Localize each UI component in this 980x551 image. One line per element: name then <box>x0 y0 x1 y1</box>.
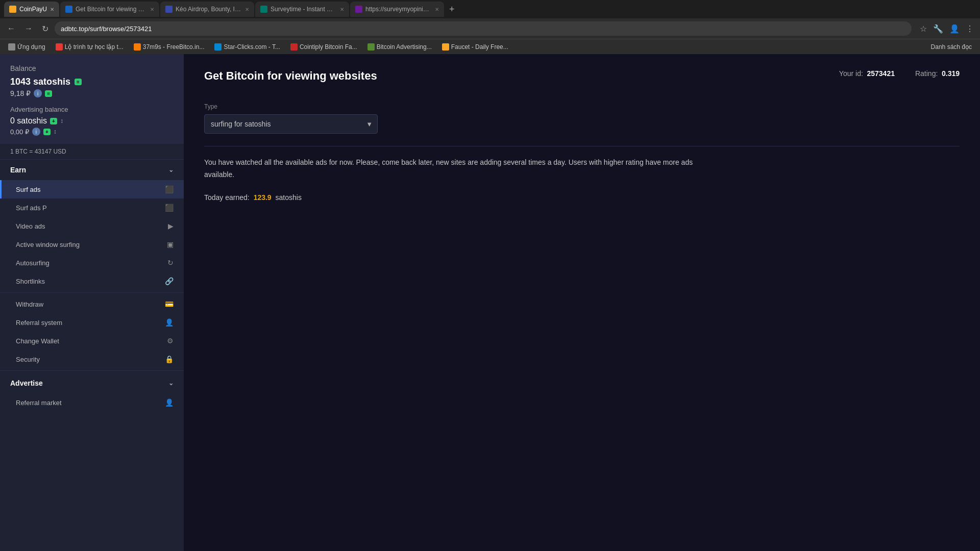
bookmark-favicon-5 <box>290 43 298 51</box>
new-tab-button[interactable]: + <box>445 4 459 15</box>
forward-button[interactable]: → <box>21 22 36 35</box>
address-bar-row: ← → ↻ ☆ 🔧 👤 ⋮ <box>0 18 980 39</box>
bookmark-favicon-4 <box>214 43 222 51</box>
tab-close-2[interactable]: ✕ <box>150 7 154 12</box>
type-select[interactable]: surfing for satoshissurfing for rubles <box>204 114 378 134</box>
adv-arrow-icon[interactable]: ↕ <box>60 117 63 124</box>
bookmark-cointiply[interactable]: Cointiply Bitcoin Fa... <box>286 42 361 52</box>
nav-item-security[interactable]: Security 🔒 <box>0 350 184 368</box>
balance-amount: 1043 satoshis ≡ <box>10 77 174 87</box>
main-content: Get Bitcoin for viewing websites Your id… <box>184 54 980 551</box>
earn-section-header[interactable]: Earn ⌄ <box>0 160 184 180</box>
tab-bar: CoinPayU ✕ Get Bitcoin for viewing websi… <box>0 0 980 18</box>
nav-label-security: Security <box>16 356 40 363</box>
balance-title: Balance <box>10 64 174 72</box>
nav-item-autosurfing[interactable]: Autosurfing ↻ <box>0 254 184 272</box>
tab-survey2[interactable]: https://surveymyopinion.resear... ✕ <box>350 2 444 17</box>
address-input[interactable] <box>55 21 912 36</box>
browser-chrome: CoinPayU ✕ Get Bitcoin for viewing websi… <box>0 0 980 54</box>
bookmark-favicon-6 <box>368 43 375 51</box>
bookmark-freebitco[interactable]: 37m9s - FreeBitco.in... <box>130 42 209 52</box>
balance-copy-icon[interactable]: ≡ <box>75 79 82 85</box>
nav-item-change-wallet[interactable]: Change Wallet ⚙ <box>0 332 184 350</box>
today-earned-block: Today earned: 123.9 satoshis <box>204 193 960 202</box>
extensions-button[interactable]: 🔧 <box>931 22 945 36</box>
bookmark-star-clicks[interactable]: Star-Clicks.com - T... <box>210 42 284 52</box>
nav-label-shortlinks: Shortlinks <box>16 278 45 285</box>
tab-close-1[interactable]: ✕ <box>50 7 54 12</box>
tab-close-5[interactable]: ✕ <box>435 7 439 12</box>
nav-item-surf-ads-p[interactable]: Surf ads P ⬛ <box>0 198 184 217</box>
adv-amount-value: 0 satoshis <box>10 116 47 126</box>
tab-close-4[interactable]: ✕ <box>340 7 344 12</box>
bookmark-favicon-apps <box>8 43 15 51</box>
referral-icon: 👤 <box>165 318 174 327</box>
adv-rub-plus-icon[interactable]: + <box>43 129 51 135</box>
reload-button[interactable]: ↻ <box>39 22 52 36</box>
tab-label-4: Surveytime - Instant Rewards Fo... <box>271 6 337 13</box>
bookmark-favicon-2 <box>56 43 63 51</box>
bookmark-lo-trinh[interactable]: Lộ trình tự học lập t... <box>52 42 128 52</box>
bookmark-reading-list[interactable]: Danh sách đọc <box>927 42 976 52</box>
profile-button[interactable]: 👤 <box>947 22 962 36</box>
withdraw-icon: 💳 <box>165 300 174 308</box>
change-wallet-icon: ⚙ <box>167 337 174 345</box>
content-divider <box>204 146 960 146</box>
nav-label-surf-ads-p: Surf ads P <box>16 204 47 212</box>
back-button[interactable]: ← <box>4 22 18 35</box>
user-id-value: 2573421 <box>867 69 895 78</box>
user-id-label: Your id: <box>839 69 863 78</box>
bookmark-bitcoin-adv[interactable]: Bitcoin Advertising... <box>363 42 436 52</box>
tab-favicon-1 <box>9 6 16 13</box>
balance-info-icon[interactable]: i <box>34 89 42 97</box>
tab-keo[interactable]: Kéo Airdrop, Bounty, ICO Chất L... ✕ <box>160 2 254 17</box>
nav-item-withdraw[interactable]: Withdraw 💳 <box>0 295 184 313</box>
nav-item-shortlinks[interactable]: Shortlinks 🔗 <box>0 272 184 290</box>
adv-plus-icon[interactable]: + <box>50 118 57 124</box>
earn-chevron-icon: ⌄ <box>168 166 174 173</box>
bookmark-apps[interactable]: Ứng dụng <box>4 42 50 52</box>
today-earned-label: Today earned: <box>204 193 250 202</box>
tab-coinpayu[interactable]: CoinPayU ✕ <box>4 2 59 17</box>
nav-item-video-ads[interactable]: Video ads ▶ <box>0 217 184 235</box>
adv-title: Advertising balance <box>10 106 174 113</box>
referral-market-icon: 👤 <box>165 398 174 407</box>
nav-item-referral[interactable]: Referral system 👤 <box>0 313 184 332</box>
tab-close-3[interactable]: ✕ <box>245 7 249 12</box>
balance-rub-value: 9,18 ₽ <box>10 89 31 97</box>
balance-amount-value: 1043 satoshis <box>10 77 70 87</box>
bookmark-label-2: Lộ trình tự học lập t... <box>65 43 124 51</box>
sidebar-nav: Earn ⌄ Surf ads ⬛ Surf ads P ⬛ Video ads… <box>0 160 184 551</box>
nav-label-referral: Referral system <box>16 319 62 327</box>
nav-label-autosurfing: Autosurfing <box>16 259 50 267</box>
adv-rub-arrow-icon[interactable]: ↕ <box>54 128 57 135</box>
bookmark-label-4: Star-Clicks.com - T... <box>224 43 280 51</box>
balance-rub-icon[interactable]: ≡ <box>45 90 52 97</box>
btc-rate: 1 BTC = 43147 USD <box>0 144 184 160</box>
nav-item-active-window[interactable]: Active window surfing ▣ <box>0 235 184 254</box>
nav-item-surf-ads[interactable]: Surf ads ⬛ <box>0 180 184 198</box>
star-button[interactable]: ☆ <box>918 22 929 36</box>
rating-value: 0.319 <box>942 69 960 78</box>
tab-favicon-2 <box>65 6 72 13</box>
earn-label: Earn <box>10 166 26 174</box>
advertise-chevron-icon: ⌄ <box>168 380 174 387</box>
today-earned-value: 123.9 <box>254 193 272 202</box>
nav-item-referral-market[interactable]: Referral market 👤 <box>0 393 184 412</box>
adv-info-icon[interactable]: i <box>32 128 40 136</box>
shortlinks-icon: 🔗 <box>165 277 174 285</box>
menu-button[interactable]: ⋮ <box>964 22 976 36</box>
bookmark-favicon-3 <box>134 43 141 51</box>
app-container: Balance 1043 satoshis ≡ 9,18 ₽ i ≡ Adver… <box>0 54 980 551</box>
balance-section: Balance 1043 satoshis ≡ 9,18 ₽ i ≡ Adver… <box>0 54 184 144</box>
bookmark-faucet[interactable]: Faucet - Daily Free... <box>438 42 512 52</box>
tab-getbitcoin[interactable]: Get Bitcoin for viewing websites ✕ <box>60 2 159 17</box>
bookmark-label-6: Bitcoin Advertising... <box>377 43 432 51</box>
advertise-section-header[interactable]: Advertise ⌄ <box>0 373 184 393</box>
bookmark-label-7: Faucet - Daily Free... <box>451 43 508 51</box>
rating-label: Rating: <box>915 69 938 78</box>
tab-favicon-5 <box>355 6 362 13</box>
nav-label-active-window: Active window surfing <box>16 241 80 248</box>
tab-favicon-3 <box>165 6 173 13</box>
tab-surveytime[interactable]: Surveytime - Instant Rewards Fo... ✕ <box>255 2 349 17</box>
